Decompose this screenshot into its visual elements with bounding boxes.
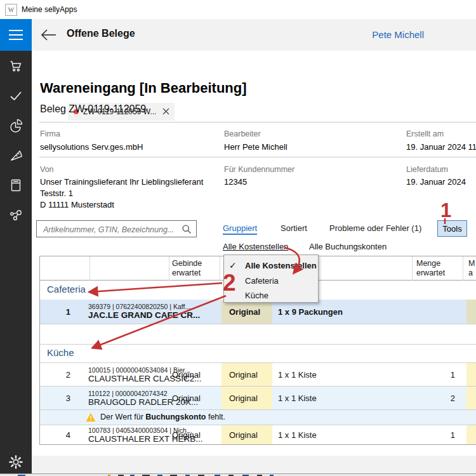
warning-text: Der Wert für Buchungskonto fehlt. <box>100 413 225 421</box>
hamburger-icon <box>9 30 23 31</box>
kostenstellen-filter[interactable]: Alle Kostenstellen <box>223 242 288 251</box>
sidebar-item-catalog[interactable] <box>0 176 32 197</box>
tools-button[interactable]: Tools <box>437 220 467 237</box>
cutoff-cell <box>466 387 476 409</box>
row-meta: 369379 | 07622400820250 | Kaff... <box>88 303 190 310</box>
tab-close-button[interactable] <box>162 106 169 117</box>
check-icon <box>8 88 23 106</box>
pie-chart-icon <box>8 118 23 136</box>
sidebar-item-settings[interactable] <box>0 453 32 474</box>
tab-strip: ZW-0119-112059 W... <box>32 51 476 70</box>
titlebar: W Meine sellyApps <box>0 0 476 19</box>
gebinde-cell: Original <box>172 387 201 409</box>
von-line3: D 11111 Musterstadt <box>40 200 114 209</box>
table-row[interactable]: 1 369379 | 07622400820250 | Kaff... JAC.… <box>40 300 476 324</box>
search-box <box>36 220 197 237</box>
background-window-sliver <box>0 473 476 476</box>
hamburger-menu-button[interactable] <box>0 19 32 51</box>
row-name: JAC.LE GRAND CAFE CR... <box>88 310 200 320</box>
page-title: Offene Belege <box>67 28 135 39</box>
erstellt-label: Erstellt am <box>406 129 444 138</box>
sidebar-item-cart[interactable] <box>0 56 32 78</box>
col-cutoff: Ma <box>468 259 475 278</box>
lieferdatum-value: 19. Januar 2024 <box>406 177 466 187</box>
menge-cell: 1 x 1 Kiste <box>278 363 317 386</box>
dropdown-item-cafeteria[interactable]: Cafeteria <box>224 273 318 288</box>
cutoff-cell <box>466 363 476 386</box>
menge-cell: 1 x 9 Packungen <box>278 300 343 324</box>
lieferdatum-label: Lieferdatum <box>406 165 448 174</box>
erstellt-value: 19. Januar 2024 11:2 <box>406 142 476 152</box>
cutoff-cell <box>466 425 476 444</box>
group-header-kueche[interactable]: Küche <box>40 344 476 362</box>
col-menge-erwartet: Mengeerwartet <box>416 259 445 278</box>
probleme-link[interactable]: Probleme oder Fehler (1) <box>329 223 421 233</box>
dropdown-item-kueche[interactable]: Küche <box>224 288 318 303</box>
sidebar-item-food[interactable] <box>0 146 32 168</box>
row-meta: 110122 | 00000042074342 <box>88 390 168 397</box>
table-row[interactable]: 4 100783 | 04053400003504 | Nich... CLAU… <box>40 425 476 444</box>
sidebar-item-tasks[interactable] <box>0 86 32 108</box>
document-subtitle: Beleg ZW-0119-112059 <box>40 103 146 115</box>
kundennummer-label: Für Kundennummer <box>224 165 294 174</box>
buchungskonten-filter[interactable]: Alle Buchungskonten <box>309 242 387 251</box>
dropdown-item-alle-kostenstellen[interactable]: ✓ Alle Kostenstellen <box>224 258 318 273</box>
book-icon <box>8 178 23 195</box>
warning-row: Der Wert für Buchungskonto fehlt. <box>40 409 476 425</box>
cart-icon <box>8 58 23 76</box>
sidebar-item-connections[interactable] <box>0 206 32 227</box>
search-input[interactable] <box>42 221 183 237</box>
bearbeiter-value: Herr Pete Michell <box>224 142 288 152</box>
app-icon: W <box>5 4 17 16</box>
pizza-icon <box>8 148 23 166</box>
von-line1: Unser Trainingslieferant Ihr Lieblingsli… <box>40 177 203 187</box>
gebinde-cell: Original <box>172 363 201 386</box>
divider <box>39 122 476 122</box>
group-spacer <box>40 324 476 344</box>
original-cell[interactable]: Original <box>221 363 272 386</box>
gebinde-cell: Original <box>172 425 201 444</box>
search-icon[interactable] <box>182 224 192 237</box>
von-line2: Teststr. 1 <box>40 188 73 198</box>
document-title: Wareneingang [In Bearbeitung] <box>40 80 247 96</box>
original-cell[interactable]: Original <box>221 425 272 444</box>
divider <box>39 157 476 157</box>
annotation-step-1: 1 <box>440 199 451 221</box>
table-row[interactable]: 2 100015 | 00000040534084 | Bier... CLAU… <box>40 362 476 386</box>
kundennummer-value: 12345 <box>224 177 247 187</box>
sortiert-link[interactable]: Sortiert <box>281 223 307 233</box>
menge-cell: 1 x 1 Kiste <box>278 425 317 444</box>
share-icon <box>8 208 23 225</box>
firma-value: sellysolutions Serv.ges.mbH <box>40 142 143 152</box>
menge-erwartet-cell: 1 <box>412 425 455 444</box>
menge-erwartet-cell: 1 <box>412 363 455 386</box>
bearbeiter-label: Bearbeiter <box>224 129 261 138</box>
back-arrow-icon <box>39 34 57 44</box>
gruppiert-link[interactable]: Gruppiert <box>223 223 257 235</box>
von-label: Von <box>40 165 54 174</box>
user-name[interactable]: Pete Michell <box>372 29 424 40</box>
original-cell[interactable]: Original <box>221 387 272 409</box>
close-icon <box>162 106 169 117</box>
warning-icon <box>86 413 96 425</box>
menge-cell: 1 x 1 Kiste <box>278 387 317 409</box>
kostenstellen-dropdown: ✓ Alle Kostenstellen Cafeteria Küche <box>223 255 319 303</box>
gear-icon <box>8 454 24 473</box>
menge-erwartet-cell: 2 <box>412 387 455 409</box>
original-cell[interactable]: Original <box>221 300 272 324</box>
check-icon: ✓ <box>229 260 242 270</box>
footer-strip <box>32 456 476 473</box>
cutoff-cell <box>466 300 476 324</box>
firma-label: Firma <box>40 129 60 138</box>
app-window: W Meine sellyApps <box>0 0 476 476</box>
sidebar-item-reports[interactable] <box>0 116 32 138</box>
table-row[interactable]: 3 110122 | 00000042074342 BRAUGOLD RADLE… <box>40 386 476 409</box>
back-button[interactable] <box>39 27 57 45</box>
col-gebinde-erwartet: Gebindeerwartet <box>172 259 202 278</box>
window-title: Meine sellyApps <box>22 5 77 14</box>
